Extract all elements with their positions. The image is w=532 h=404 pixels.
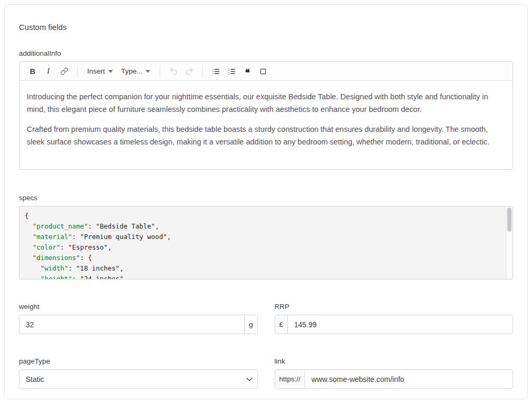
link-icon [60,67,68,75]
rte-paragraph: Introducing the perfect companion for yo… [27,90,505,116]
rrp-label: RRP [275,303,514,310]
rte-paragraph: Crafted from premium quality materials, … [27,123,505,148]
field-additional-info: additionalInfo B I Insert [19,49,513,170]
svg-text:1: 1 [228,68,230,71]
type-dropdown[interactable]: Type... [118,67,154,75]
row-pagetype-link: pageType Static link https:// [19,357,513,389]
toolbar-divider [202,66,203,77]
svg-text:2: 2 [228,72,230,75]
field-specs: specs { "product_name": "Bedside Table",… [19,194,513,279]
code-line: "product_name": "Bedside Table", [25,221,500,232]
bold-button[interactable]: B [26,65,39,78]
blockquote-button[interactable]: ❝ [241,65,254,78]
code-lines: { "product_name": "Bedside Table", "mate… [19,206,513,279]
code-line: "width": "18 inches", [25,263,500,274]
toolbar-divider [77,66,78,77]
bullet-list-icon [212,67,220,76]
code-line: "color": "Espresso", [25,242,500,253]
custom-fields-card: Custom fields additionalInfo B I Inse [4,4,528,399]
insert-dropdown-label: Insert [87,67,105,75]
rte-toolbar: B I Insert [19,62,513,81]
bullet-list-button[interactable] [209,65,223,78]
rich-text-editor: B I Insert [19,61,513,170]
code-line: "dimensions": { [25,253,500,263]
ordered-list-button[interactable]: 1 2 [225,65,238,78]
rrp-input[interactable] [288,315,513,334]
chevron-down-icon [145,70,150,73]
rrp-currency-addon: £ [275,315,288,334]
row-weight-rrp: weight g RRP £ [19,303,513,334]
field-weight: weight g [19,303,258,334]
undo-icon [169,67,178,76]
code-line: "height": "24 inches", [25,274,500,279]
page-title: Custom fields [19,23,513,32]
rte-content[interactable]: Introducing the perfect companion for yo… [19,81,513,169]
toolbar-divider [160,66,160,77]
field-page-type: pageType Static [19,357,258,389]
field-link: link https:// [275,357,514,389]
type-dropdown-label: Type... [121,67,143,75]
redo-icon [185,67,194,76]
field-rrp: RRP £ [275,303,514,334]
block-icon [259,68,267,75]
block-button[interactable] [256,65,270,78]
link-button[interactable] [57,65,71,78]
link-input-group: https:// [275,369,514,389]
link-protocol-addon: https:// [275,370,306,388]
weight-input-group: g [19,315,258,334]
link-label: link [275,357,514,365]
insert-dropdown[interactable]: Insert [84,67,116,75]
specs-label: specs [19,194,513,202]
redo-button[interactable] [182,65,196,78]
page-type-select[interactable]: Static [19,369,258,389]
rrp-input-group: £ [275,315,514,334]
chevron-down-icon [108,70,113,73]
page-type-select-wrap: Static [19,369,258,389]
scrollbar-track[interactable] [506,206,513,279]
ordered-list-icon: 1 2 [227,67,236,76]
code-line: "material": "Premium quality wood", [25,232,500,242]
scrollbar-thumb[interactable] [507,208,512,232]
code-line: { [25,211,500,221]
additional-info-label: additionalInfo [19,49,513,57]
weight-unit-addon: g [244,315,257,334]
italic-button[interactable]: I [41,65,55,78]
weight-label: weight [19,303,258,310]
weight-input[interactable] [19,315,244,334]
page-type-label: pageType [19,357,258,365]
specs-code-editor[interactable]: { "product_name": "Bedside Table", "mate… [19,206,513,279]
link-input[interactable] [305,370,513,388]
undo-button[interactable] [166,65,180,78]
